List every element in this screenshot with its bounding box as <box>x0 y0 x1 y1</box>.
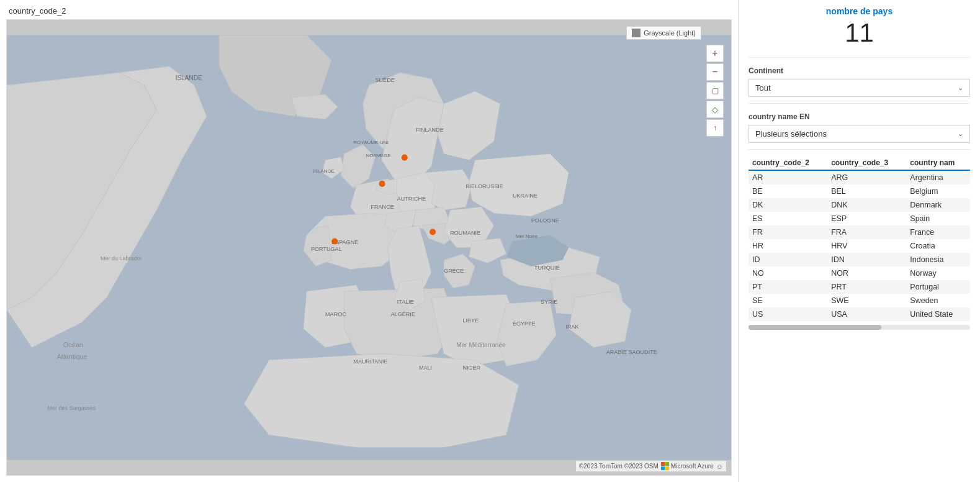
kpi-label: nombre de pays <box>826 6 892 16</box>
cell-name: Spain <box>906 212 970 225</box>
cell-name: Denmark <box>906 198 970 212</box>
svg-text:LIBYE: LIBYE <box>462 317 479 324</box>
table-row: FRFRAFrance <box>748 225 970 239</box>
location-button[interactable]: ◇ <box>706 101 724 118</box>
map-style-icon <box>632 29 641 37</box>
continent-dropdown[interactable]: Tout ⌄ <box>748 79 970 97</box>
data-table-section: country_code_2 country_code_3 country na… <box>748 150 970 476</box>
cell-code2: ID <box>748 253 827 266</box>
map-style-badge[interactable]: Grayscale (Light) <box>626 26 701 40</box>
country-name-dropdown[interactable]: Plusieurs sélections ⌄ <box>748 125 970 143</box>
svg-text:IRLANDE: IRLANDE <box>313 168 335 174</box>
svg-text:ALGÉRIE: ALGÉRIE <box>391 311 415 317</box>
svg-point-35 <box>379 181 385 187</box>
layers-button[interactable]: ▢ <box>706 82 724 99</box>
cell-name: Norway <box>906 266 970 280</box>
col-header-name: country nam <box>906 156 970 170</box>
cell-name: Portugal <box>906 280 970 294</box>
cell-code3: BEL <box>827 184 906 198</box>
svg-text:NIGER: NIGER <box>462 365 480 371</box>
svg-text:ROYAUME-UNI: ROYAUME-UNI <box>353 140 389 146</box>
svg-text:PORTUGAL: PORTUGAL <box>311 246 342 252</box>
svg-point-36 <box>429 229 436 235</box>
table-header: country_code_2 country_code_3 country na… <box>748 156 970 170</box>
map-container[interactable]: ISLANDE SUÈDE ROYAUME-UNI IRLANDE NORVÈG… <box>6 19 732 476</box>
smiley-icon: ☺ <box>716 463 723 470</box>
svg-text:Mer Noire: Mer Noire <box>516 234 538 239</box>
data-table: country_code_2 country_code_3 country na… <box>748 156 970 321</box>
cell-code2: SE <box>748 294 827 307</box>
svg-text:ISLANDE: ISLANDE <box>176 75 202 81</box>
col-header-code3: country_code_3 <box>827 156 906 170</box>
table-row: DKDNKDenmark <box>748 198 970 212</box>
svg-text:Mer Méditerranée: Mer Méditerranée <box>456 342 506 348</box>
map-style-label: Grayscale (Light) <box>644 29 696 37</box>
svg-text:ROUMANIE: ROUMANIE <box>450 230 480 236</box>
svg-text:AUTRICHE: AUTRICHE <box>397 196 426 202</box>
country-name-filter-section: country name EN Plusieurs sélections ⌄ <box>748 104 970 150</box>
continent-filter-section: Continent Tout ⌄ <box>748 58 970 104</box>
cell-code3: SWE <box>827 294 906 307</box>
cell-code3: HRV <box>827 239 906 253</box>
svg-text:UKRAINE: UKRAINE <box>513 193 537 199</box>
map-svg: ISLANDE SUÈDE ROYAUME-UNI IRLANDE NORVÈG… <box>7 20 731 475</box>
svg-text:TURQUIE: TURQUIE <box>534 265 560 271</box>
table-header-row: country_code_2 country_code_3 country na… <box>748 156 970 170</box>
zoom-in-button[interactable]: + <box>706 45 724 62</box>
svg-text:Mer du Labrador: Mer du Labrador <box>101 255 142 261</box>
table-row: ARARGArgentina <box>748 170 970 184</box>
cell-name: Belgium <box>906 184 970 198</box>
right-panel: nombre de pays 11 Continent Tout ⌄ count… <box>738 0 980 482</box>
svg-text:ARABIE SAOUDITE: ARABIE SAOUDITE <box>606 349 657 355</box>
map-controls: + − ▢ ◇ ↑ <box>706 45 724 137</box>
kpi-section: nombre de pays 11 <box>748 6 970 58</box>
cell-code2: NO <box>748 266 827 280</box>
microsoft-azure-logo: Microsoft Azure <box>661 462 714 470</box>
azure-label: Microsoft Azure <box>671 463 714 470</box>
svg-text:POLOGNE: POLOGNE <box>531 217 559 224</box>
cursor-button[interactable]: ↑ <box>706 119 724 137</box>
table-row: NONORNorway <box>748 266 970 280</box>
continent-chevron-icon: ⌄ <box>958 84 963 92</box>
continent-filter-label: Continent <box>748 66 970 75</box>
svg-text:IRAK: IRAK <box>565 324 578 330</box>
ms-sq-blue <box>661 466 665 470</box>
cell-code2: PT <box>748 280 827 294</box>
cell-name: Sweden <box>906 294 970 307</box>
table-scrollbar-thumb <box>748 325 881 330</box>
cell-code3: ARG <box>827 170 906 184</box>
cell-code2: AR <box>748 170 827 184</box>
table-row: BEBELBelgium <box>748 184 970 198</box>
cell-code3: DNK <box>827 198 906 212</box>
table-row: USUSAUnited State <box>748 307 970 321</box>
table-row: IDIDNIndonesia <box>748 253 970 266</box>
svg-text:MAURITANIE: MAURITANIE <box>353 358 387 365</box>
svg-text:GRÈCE: GRÈCE <box>444 268 464 274</box>
table-row: SESWESweden <box>748 294 970 307</box>
cell-name: Indonesia <box>906 253 970 266</box>
cell-code2: FR <box>748 225 827 239</box>
country-name-selected-value: Plusieurs sélections <box>755 129 827 139</box>
cell-code3: IDN <box>827 253 906 266</box>
continent-selected-value: Tout <box>755 83 771 93</box>
zoom-out-button[interactable]: − <box>706 63 724 81</box>
cell-code2: ES <box>748 212 827 225</box>
map-attribution: ©2023 TomTom ©2023 OSM Microsoft Azure ☺ <box>576 461 726 471</box>
ms-sq-red <box>661 462 665 466</box>
kpi-value: 11 <box>845 19 874 47</box>
table-scrollbar[interactable] <box>748 325 970 330</box>
svg-text:MALI: MALI <box>419 365 432 371</box>
ms-logo-squares <box>661 462 669 470</box>
svg-point-37 <box>331 238 338 244</box>
ms-sq-green <box>665 462 669 466</box>
cell-code3: FRA <box>827 225 906 239</box>
table-row: PTPRTPortugal <box>748 280 970 294</box>
country-name-filter-label: country name EN <box>748 112 970 121</box>
svg-text:Atlantique: Atlantique <box>56 353 87 360</box>
map-section: country_code_2 <box>0 0 738 482</box>
ms-sq-yellow <box>665 466 669 470</box>
svg-text:ITALIE: ITALIE <box>397 299 414 305</box>
cell-name: Croatia <box>906 239 970 253</box>
table-row: HRHRVCroatia <box>748 239 970 253</box>
cell-code3: NOR <box>827 266 906 280</box>
